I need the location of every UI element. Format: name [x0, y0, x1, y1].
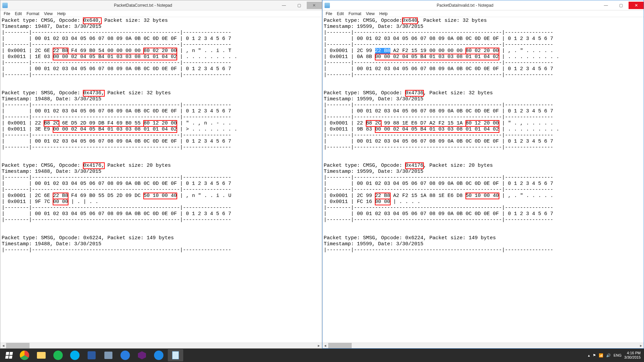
skype-icon[interactable] [67, 349, 83, 361]
menu-file[interactable]: File [2, 11, 12, 17]
scrollbar-h-left[interactable]: ◂ ▸ [0, 343, 322, 348]
visualstudio-icon[interactable] [134, 349, 150, 361]
close-button[interactable]: ✕ [629, 2, 644, 9]
menu-help[interactable]: Help [377, 11, 390, 17]
tray-sound-icon[interactable]: 🔊 [606, 353, 611, 358]
window-controls-left: — ▢ ✕ [277, 2, 322, 9]
menubar-right: File Edit Format View Help [323, 10, 644, 17]
hex-icon[interactable] [117, 349, 133, 361]
text-content-left[interactable]: Packet type: CMSG, Opcode: 0x640, Packet… [0, 17, 322, 343]
scroll-thumb[interactable] [6, 343, 30, 348]
tray-network-icon[interactable]: 📶 [599, 353, 603, 358]
text-content-right[interactable]: Packet type: CMSG, Opcode:0x640, Packet … [323, 17, 644, 343]
tray-chevron-icon[interactable]: ▴ [588, 353, 590, 358]
titlebar-left[interactable]: PacketDataCorrect.txt - Notepad — ▢ ✕ [0, 0, 322, 10]
tray-time: 4:16 PM [624, 351, 641, 355]
scroll-left-icon[interactable]: ◂ [0, 343, 6, 349]
virtualbox-icon[interactable] [84, 349, 99, 361]
taskbar[interactable]: ▴ ⚑ 📶 🔊 ENG 4:16 PM 3/30/2015 [0, 349, 644, 362]
window-title-left: PacketDataCorrect.txt - Notepad [10, 3, 277, 8]
menu-edit[interactable]: Edit [13, 11, 24, 17]
scroll-left-icon[interactable]: ◂ [323, 343, 328, 349]
menubar-left: File Edit Format View Help [0, 10, 322, 17]
menu-format[interactable]: Format [24, 11, 41, 17]
menu-format[interactable]: Format [347, 11, 363, 17]
menu-file[interactable]: File [324, 11, 334, 17]
tray-flag-icon[interactable]: ⚑ [593, 353, 596, 358]
scroll-right-icon[interactable]: ▸ [316, 343, 322, 349]
menu-edit[interactable]: Edit [335, 11, 346, 17]
menu-view[interactable]: View [364, 11, 377, 17]
notepad-icon [325, 3, 330, 8]
close-button[interactable]: ✕ [307, 2, 322, 9]
maximize-button[interactable]: ▢ [292, 2, 307, 9]
minimize-button[interactable]: — [277, 2, 292, 9]
ie-icon[interactable] [151, 349, 166, 361]
tray-date: 3/30/2015 [624, 355, 641, 360]
notepad-window-right: PacketDataInvalid.txt - Notepad — ▢ ✕ Fi… [322, 0, 644, 349]
scroll-right-icon[interactable]: ▸ [638, 343, 644, 349]
start-button[interactable] [1, 349, 17, 361]
titlebar-right[interactable]: PacketDataInvalid.txt - Notepad — ▢ ✕ [323, 0, 644, 10]
scroll-thumb[interactable] [328, 343, 352, 348]
menu-help[interactable]: Help [55, 11, 68, 17]
window-controls-right: — ▢ ✕ [598, 2, 644, 9]
notepad-taskbar-icon[interactable] [168, 349, 183, 361]
maximize-button[interactable]: ▢ [613, 2, 629, 9]
explorer-icon[interactable] [34, 349, 49, 361]
tray-lang[interactable]: ENG [613, 353, 622, 357]
system-tray[interactable]: ▴ ⚑ 📶 🔊 ENG 4:16 PM 3/30/2015 [588, 351, 643, 360]
chrome-icon[interactable] [17, 349, 32, 361]
window-title-right: PacketDataInvalid.txt - Notepad [332, 3, 599, 8]
spotify-icon[interactable] [50, 349, 66, 361]
notepad-icon [2, 3, 8, 8]
tray-clock[interactable]: 4:16 PM 3/30/2015 [624, 351, 641, 360]
minimize-button[interactable]: — [598, 2, 613, 9]
menu-view[interactable]: View [42, 11, 55, 17]
printer-icon[interactable] [101, 349, 116, 361]
taskbar-apps [17, 349, 183, 361]
scrollbar-h-right[interactable]: ◂ ▸ [323, 343, 644, 348]
windows-logo-icon [5, 352, 13, 359]
notepad-window-left: PacketDataCorrect.txt - Notepad — ▢ ✕ Fi… [0, 0, 322, 349]
